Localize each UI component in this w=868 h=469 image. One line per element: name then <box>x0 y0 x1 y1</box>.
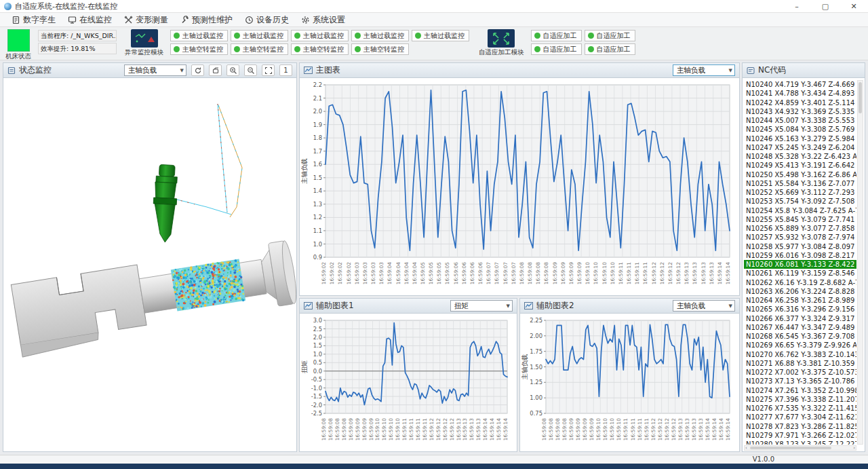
spindle-overload-monitor-button-2[interactable]: 主轴过载监控 <box>231 30 288 41</box>
nc-row[interactable]: N10265 X6.316 Y-3.296 Z-9.156 A-71.771 <box>744 305 856 314</box>
menu-item-2[interactable]: 在线监控 <box>62 13 118 27</box>
nc-row[interactable]: N10258 X5.977 Y-3.084 Z-8.097 A-73.138 <box>744 242 856 251</box>
nc-row[interactable]: N10259 X6.016 Y-3.098 Z-8.217 A-73.036 <box>744 251 856 260</box>
nc-row[interactable]: N10257 X5.932 Y-3.078 Z-7.974 A-73.243 <box>744 233 856 242</box>
minimize-button[interactable]: – <box>783 0 811 13</box>
nc-row[interactable]: N10278 X7.823 Y-3.286 Z-11.825 A-63.73 <box>744 422 856 431</box>
svg-text:1.0: 1.0 <box>313 351 322 358</box>
svg-text:16:59:06: 16:59:06 <box>477 262 484 284</box>
zoom-in-icon[interactable] <box>226 64 239 76</box>
status-signal-select[interactable]: 主轴负载▼ <box>124 64 186 76</box>
adaptive-machining-button-b-2[interactable]: 自适应加工 <box>585 43 635 55</box>
svg-text:1.6: 1.6 <box>313 161 322 168</box>
svg-text:16:59:14: 16:59:14 <box>717 262 723 284</box>
nc-row[interactable]: N10245 X5.084 Y-3.308 Z-5.769 A-75.088 <box>744 125 856 134</box>
adaptive-machining-button-b-1[interactable]: 自适应加工 <box>531 43 582 55</box>
nc-row[interactable]: N10263 X6.206 Y-3.224 Z-8.828 A-72.33 ( <box>744 287 856 296</box>
nc-row[interactable]: N10268 X6.545 Y-3.367 Z-9.708 A-70.519 <box>744 332 856 341</box>
nc-vertical-scrollbar[interactable] <box>857 80 863 445</box>
aux2-chart-plot[interactable]: 16:59:0816:59:0816:59:0816:59:0816:59:09… <box>520 314 739 451</box>
nc-row-selected[interactable]: N10260 X6.081 Y-3.133 Z-8.422 A-72.835 <box>744 260 856 269</box>
menu-item-1[interactable]: 数字孪生 <box>5 13 62 27</box>
nc-row[interactable]: N10244 X5.007 Y-3.338 Z-5.553 A-75.297 <box>744 116 856 125</box>
nc-row[interactable]: N10242 X4.859 Y-3.401 Z-5.114 A-75.775 <box>744 98 856 107</box>
nc-row[interactable]: N10267 X6.447 Y-3.347 Z-9.489 A-71.055 <box>744 323 856 332</box>
nc-row[interactable]: N10277 X7.677 Y-3.304 Z-11.621 A-64.48 <box>744 413 856 421</box>
nc-row[interactable]: N10272 X7.002 Y-3.375 Z-10.573 A-68.05 <box>744 368 856 377</box>
svg-text:扭矩: 扭矩 <box>300 360 308 374</box>
menu-item-6[interactable]: 系统设置 <box>295 13 351 27</box>
predictive-maintenance-icon <box>180 16 189 24</box>
nc-row[interactable]: N10262 X6.16 Y-3.19 Z-8.682 A-72.534 C <box>744 278 856 287</box>
nc-row[interactable]: N10246 X5.163 Y-3.279 Z-5.984 A-74.892 <box>744 134 856 143</box>
nc-row[interactable]: N10280 X8.123 Y-3.245 Z-12.227 A-62.23 <box>744 440 856 445</box>
nc-row[interactable]: N10270 X6.762 Y-3.383 Z-10.143 A-69.34 <box>744 350 856 359</box>
svg-text:16:59:02: 16:59:02 <box>346 262 352 284</box>
nc-row[interactable]: N10271 X6.88 Y-3.381 Z-10.359 A-68.711 <box>744 359 856 368</box>
pan-view-button[interactable] <box>209 64 222 76</box>
nc-row[interactable]: N10255 X5.845 Y-3.079 Z-7.741 A-73.458 <box>744 215 856 224</box>
nc-row[interactable]: N10264 X6.258 Y-3.261 Z-8.989 A-72.072 <box>744 296 856 305</box>
nc-row[interactable]: N10249 X5.413 Y-3.191 Z-6.642 A-74.346 <box>744 161 856 170</box>
rotate-view-button[interactable] <box>191 64 204 76</box>
chart-icon <box>304 302 313 309</box>
nc-row[interactable]: N10248 X5.328 Y-3.22 Z-6.423 A-74.52 C <box>744 152 856 161</box>
zoom-out-icon[interactable] <box>244 64 257 76</box>
maximize-button[interactable]: ▢ <box>811 0 840 13</box>
fit-view-button[interactable] <box>262 64 275 76</box>
nc-row[interactable]: N10251 X5.584 Y-3.136 Z-7.077 A-74.012 <box>744 179 856 188</box>
main-chart-signal-select[interactable]: 主轴负载▼ <box>673 64 735 76</box>
nc-row[interactable]: N10256 X5.889 Y-3.077 Z-7.858 A-73.348 <box>744 224 856 233</box>
spindle-idle-monitor-button-3[interactable]: 主轴空转监控 <box>291 43 349 55</box>
anomaly-module-icon[interactable] <box>131 29 158 48</box>
nc-horizontal-scrollbar[interactable]: ‹› <box>744 445 856 451</box>
menu-item-3[interactable]: 变形测量 <box>118 13 174 27</box>
spindle-overload-monitor-button-3[interactable]: 主轴过载监控 <box>291 30 349 41</box>
adaptive-machining-button-2[interactable]: 自适应加工 <box>585 30 635 41</box>
nc-row[interactable]: N10266 X6.377 Y-3.324 Z-9.317 A-71.443 <box>744 314 856 323</box>
aux1-signal-select[interactable]: 扭矩▼ <box>450 300 513 312</box>
spindle-overload-monitor-button-5[interactable]: 主轴过载监控 <box>412 30 469 41</box>
spindle-monitor-buttons: 主轴过载监控主轴过载监控主轴过载监控主轴过载监控主轴过载监控 主轴空转监控主轴空… <box>170 30 469 55</box>
adaptive-machining-button-1[interactable]: 自适应加工 <box>531 30 582 41</box>
nc-row[interactable]: N10261 X6.119 Y-3.159 Z-8.546 A-72.701 <box>744 269 856 278</box>
spindle-idle-monitor-button-1[interactable]: 主轴空转监控 <box>170 43 228 55</box>
main-chart-plot[interactable]: 16:59:0216:59:0216:59:0216:59:0216:59:03… <box>300 78 739 295</box>
nc-row[interactable]: N10273 X7.13 Y-3.365 Z-10.786 A-67.372 <box>744 377 856 386</box>
svg-text:1.2: 1.2 <box>313 214 322 221</box>
nc-row[interactable]: N10274 X7.261 Y-3.352 Z-10.998 A-66.67 <box>744 386 856 395</box>
svg-text:16:59:14: 16:59:14 <box>482 418 488 440</box>
nc-row[interactable]: N10269 X6.65 Y-3.379 Z-9.926 A-69.947 ( <box>744 341 856 350</box>
nc-row[interactable]: N10240 X4.719 Y-3.467 Z-4.669 A-76.396 <box>744 80 856 89</box>
nc-row[interactable]: N10279 X7.971 Y-3.266 Z-12.027 A-62.98 <box>744 431 856 440</box>
nc-row[interactable]: N10252 X5.669 Y-3.112 Z-7.293 A-73.844 <box>744 188 856 197</box>
svg-text:16:59:13: 16:59:13 <box>462 418 468 440</box>
svg-text:16:59:03: 16:59:03 <box>378 262 384 284</box>
spindle-idle-monitor-button-4[interactable]: 主轴空转监控 <box>351 43 409 55</box>
menu-item-5[interactable]: 设备历史 <box>239 13 295 27</box>
nc-row[interactable]: N10253 X5.754 Y-3.092 Z-7.508 A-73.677 <box>744 197 856 206</box>
spindle-overload-monitor-button-4[interactable]: 主轴过载监控 <box>351 30 409 41</box>
adaptive-module-icon[interactable] <box>488 29 515 48</box>
reset-view-button[interactable]: 1 <box>279 64 292 76</box>
aux2-signal-select[interactable]: 主轴负载▼ <box>673 300 735 312</box>
svg-text:1.5: 1.5 <box>313 342 322 349</box>
close-button[interactable]: ✕ <box>840 0 868 13</box>
nc-row[interactable]: N10276 X7.535 Y-3.322 Z-11.415 A-65.22 <box>744 404 856 413</box>
chevron-down-icon: ▼ <box>507 303 510 309</box>
nc-row[interactable]: N10254 X5.8 Y-3.084 Z-7.625 A-73.571 C <box>744 206 856 215</box>
nc-row[interactable]: N10247 X5.245 Y-3.249 Z-6.204 A-74.701 <box>744 143 856 152</box>
svg-text:16:59:14: 16:59:14 <box>705 418 711 440</box>
spindle-overload-monitor-button-1[interactable]: 主轴过载监控 <box>170 30 228 41</box>
spindle-idle-monitor-button-2[interactable]: 主轴空转监控 <box>231 43 288 55</box>
nc-row[interactable]: N10275 X7.396 Y-3.338 Z-11.207 A-65.95 <box>744 395 856 404</box>
menu-item-4[interactable]: 预测性维护 <box>174 13 239 27</box>
svg-text:16:59:13: 16:59:13 <box>684 418 690 440</box>
machine-3d-viewport[interactable] <box>3 78 296 451</box>
program-info-block: 当前程序: /_N_WKS_DIR... 效率提升: 19.81% <box>38 30 117 54</box>
nc-row[interactable]: N10243 X4.932 Y-3.369 Z-5.335 A-75.523 <box>744 107 856 116</box>
nc-row[interactable]: N10250 X5.498 Y-3.162 Z-6.86 A-74.178 ( <box>744 170 856 179</box>
status-dot-icon <box>355 33 361 39</box>
nc-row[interactable]: N10241 X4.788 Y-3.434 Z-4.893 A-76.062 <box>744 89 856 98</box>
aux1-chart-plot[interactable]: 16:59:0816:59:0816:59:0816:59:0816:59:09… <box>300 314 517 451</box>
